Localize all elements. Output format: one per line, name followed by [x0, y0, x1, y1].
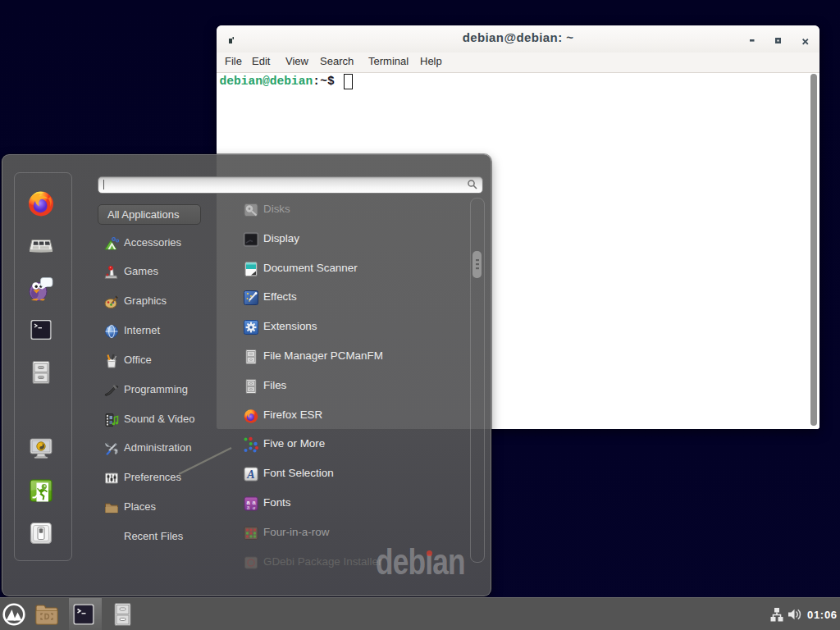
svg-text:a: a: [253, 504, 255, 510]
svg-text:a: a: [247, 504, 250, 510]
svg-text:A: A: [246, 468, 254, 481]
